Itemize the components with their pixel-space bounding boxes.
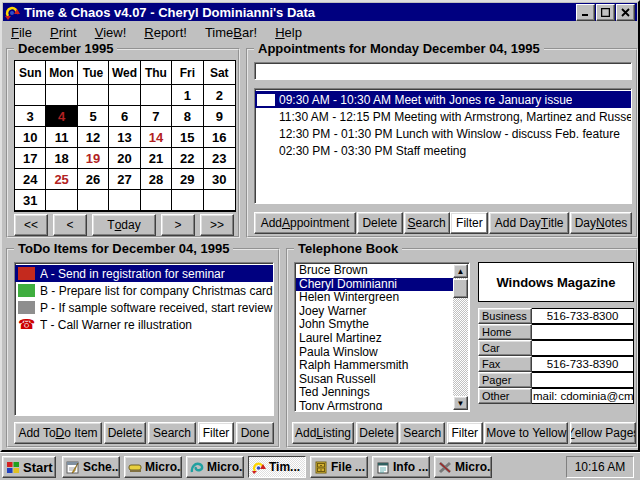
phonebook-scrollbar[interactable]: ▲ ▼	[453, 264, 468, 410]
menu-print[interactable]: Print	[50, 25, 77, 40]
filter-todo-button[interactable]: Filter	[198, 422, 234, 444]
phonebook-name[interactable]: Tony Armstrong	[296, 400, 453, 410]
calendar-day[interactable]: 30	[204, 169, 235, 190]
calendar-day[interactable]: 28	[141, 169, 172, 190]
calendar-first-button[interactable]: <<	[14, 214, 48, 236]
calendar-day[interactable]: 22	[172, 148, 203, 169]
add-day-title-button[interactable]: Add Day Title	[489, 212, 569, 234]
phonebook-name[interactable]: Paula Winslow	[296, 346, 453, 360]
calendar-day[interactable]: 13	[109, 127, 140, 148]
calendar-day[interactable]: 18	[46, 148, 77, 169]
menu-view[interactable]: View!	[95, 25, 127, 40]
search-appointments-button[interactable]: Search	[404, 212, 450, 234]
calendar-day[interactable]: 2	[204, 85, 235, 106]
phonebook-name[interactable]: Joey Warner	[296, 305, 453, 319]
phone-field-value[interactable]: 516-733-8390	[532, 356, 634, 372]
add-todo-button[interactable]: Add ToDo Item	[14, 422, 102, 444]
calendar-day[interactable]: 8	[172, 106, 203, 127]
close-button[interactable]	[616, 4, 635, 21]
phone-field-label-button[interactable]: Pager	[478, 372, 532, 388]
phonebook-name[interactable]: Ralph Hammersmith	[296, 359, 453, 373]
delete-todo-button[interactable]: Delete	[104, 422, 146, 444]
todo-item[interactable]: ☎T - Call Warner re illustration	[15, 316, 273, 333]
calendar-day[interactable]: 19	[78, 148, 109, 169]
task-schedule[interactable]: Sche...	[62, 456, 120, 478]
search-todo-button[interactable]: Search	[148, 422, 196, 444]
calendar-last-button[interactable]: >>	[200, 214, 234, 236]
calendar-day[interactable]: 1	[172, 85, 203, 106]
calendar-day[interactable]: 20	[109, 148, 140, 169]
calendar-day[interactable]: 11	[46, 127, 77, 148]
day-notes-button[interactable]: Day Notes	[570, 212, 632, 234]
calendar-day[interactable]: 7	[141, 106, 172, 127]
calendar-day[interactable]: 15	[172, 127, 203, 148]
delete-appointment-button[interactable]: Delete	[357, 212, 403, 234]
phonebook-name[interactable]: Helen Wintergreen	[296, 291, 453, 305]
task-info[interactable]: Info ...	[372, 456, 430, 478]
todo-item[interactable]: P - If sample software received, start r…	[15, 299, 273, 316]
calendar-day[interactable]: 25	[46, 169, 77, 190]
appointment-item[interactable]: 09:30 AM - 10:30 AM Meet with Jones re J…	[255, 91, 631, 108]
phone-field-value[interactable]: mail: cdominia@cmp.com	[532, 388, 634, 404]
phone-field-value[interactable]	[532, 340, 634, 356]
task-microsoft-1[interactable]: Micro...	[124, 456, 182, 478]
add-appointment-button[interactable]: Add Appointment	[254, 212, 356, 234]
calendar-day[interactable]: 3	[15, 106, 46, 127]
calendar-day[interactable]: 5	[78, 106, 109, 127]
calendar-day[interactable]: 9	[204, 106, 235, 127]
add-listing-button[interactable]: Add Listing	[292, 422, 354, 444]
menu-file[interactable]: File	[11, 25, 32, 40]
search-listing-button[interactable]: Search	[399, 422, 445, 444]
filter-appointments-button[interactable]: Filter	[450, 212, 488, 234]
done-todo-button[interactable]: Done	[236, 422, 274, 444]
phonebook-name[interactable]: Susan Russell	[296, 373, 453, 387]
day-title-field[interactable]	[254, 62, 632, 80]
calendar-day[interactable]: 16	[204, 127, 235, 148]
phone-field-label-button[interactable]: Business	[478, 308, 532, 324]
calendar-day[interactable]: 29	[172, 169, 203, 190]
phone-field-label-button[interactable]: Home	[478, 324, 532, 340]
calendar-day[interactable]: 17	[15, 148, 46, 169]
start-button[interactable]: Start	[2, 456, 56, 478]
task-microsoft-2[interactable]: Micro...	[186, 456, 244, 478]
calendar-day[interactable]: 26	[78, 169, 109, 190]
todo-item[interactable]: B - Prepare list for company Christmas c…	[15, 282, 273, 299]
calendar-day[interactable]: 4	[46, 106, 77, 127]
phonebook-name[interactable]: Bruce Brown	[296, 264, 453, 278]
maximize-button[interactable]	[596, 4, 615, 21]
appointment-item[interactable]: 11:30 AM - 12:15 PM Meeting with Armstro…	[255, 108, 631, 125]
calendar-day[interactable]: 21	[141, 148, 172, 169]
calendar-prev-button[interactable]: <	[53, 214, 87, 236]
scrollbar-thumb[interactable]	[453, 279, 468, 298]
delete-listing-button[interactable]: Delete	[356, 422, 398, 444]
minimize-button[interactable]	[576, 4, 595, 21]
phonebook-name[interactable]: Laurel Martinez	[296, 332, 453, 346]
phone-field-value[interactable]	[532, 372, 634, 388]
scroll-up-icon[interactable]: ▲	[453, 264, 468, 278]
phone-field-label-button[interactable]: Fax	[478, 356, 532, 372]
appointment-item[interactable]: 12:30 PM - 01:30 PM Lunch with Winslow -…	[255, 125, 631, 142]
filter-listing-button[interactable]: Filter	[447, 422, 483, 444]
calendar-today-button[interactable]: Today	[92, 214, 156, 236]
task-microsoft-3[interactable]: Micro...	[434, 456, 492, 478]
calendar-day[interactable]: 31	[15, 190, 46, 211]
phone-field-value[interactable]: 516-733-8300	[532, 308, 634, 324]
calendar-day[interactable]: 23	[204, 148, 235, 169]
menu-help[interactable]: Help	[275, 25, 302, 40]
phonebook-name[interactable]: John Smythe	[296, 318, 453, 332]
calendar-day[interactable]: 12	[78, 127, 109, 148]
calendar-day[interactable]: 24	[15, 169, 46, 190]
move-to-yellow-button[interactable]: Move to Yellow	[484, 422, 568, 444]
phonebook-name[interactable]: Cheryl Dominianni	[296, 278, 453, 292]
menu-report[interactable]: Report!	[144, 25, 187, 40]
phone-field-label-button[interactable]: Car	[478, 340, 532, 356]
menu-timebar[interactable]: TimeBar!	[205, 25, 257, 40]
appointment-item[interactable]: 02:30 PM - 03:30 PM Staff meeting	[255, 142, 631, 159]
task-file-cabinet[interactable]: File ...	[310, 456, 368, 478]
yellow-pages-button[interactable]: Yellow Pages	[570, 422, 636, 444]
phone-field-value[interactable]	[532, 324, 634, 340]
calendar-day[interactable]: 10	[15, 127, 46, 148]
phonebook-name[interactable]: Ted Jennings	[296, 386, 453, 400]
scroll-down-icon[interactable]: ▼	[453, 396, 468, 410]
calendar-day[interactable]: 27	[109, 169, 140, 190]
